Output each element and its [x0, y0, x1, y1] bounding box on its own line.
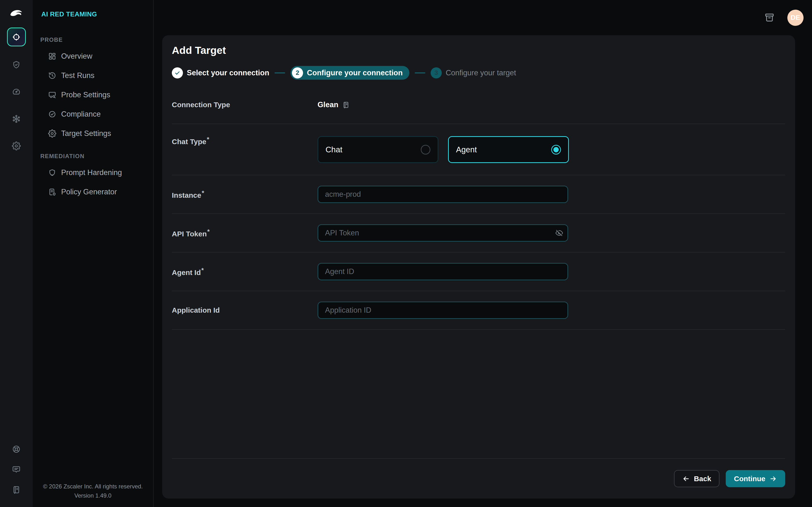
avatar[interactable]: DE [788, 10, 804, 26]
back-button-label: Back [694, 475, 711, 483]
connection-type-value: Glean [317, 101, 350, 109]
sidebar-item-label: Compliance [61, 110, 101, 119]
agent-id-label: Agent Id* [172, 269, 204, 276]
rail-ai-red-teaming-button[interactable] [7, 27, 26, 46]
add-target-panel: Add Target Select your connection 2 Conf… [162, 35, 795, 499]
rail-help-button[interactable] [8, 440, 25, 458]
toggle-token-visibility-button[interactable] [555, 229, 563, 237]
sidebar-item-target-settings[interactable]: Target Settings [33, 124, 153, 143]
connection-value-text: Glean [317, 101, 338, 109]
lifebuoy-icon [12, 445, 21, 454]
instance-label: Instance* [172, 191, 204, 199]
stepper: Select your connection 2 Configure your … [172, 66, 785, 80]
step-configure-target[interactable]: 3 Configure your target [430, 67, 516, 78]
connection-type-row: Connection Type Glean [172, 86, 785, 124]
agent-option-card[interactable]: Agent [448, 136, 569, 163]
page-title: Add Target [172, 44, 785, 56]
check-icon [174, 70, 181, 76]
sidebar-item-label: Policy Generator [61, 187, 117, 196]
sidebar: AI RED TEAMING PROBE Overview Test Runs … [33, 0, 154, 507]
gear-icon [12, 142, 21, 151]
grid-icon [48, 52, 56, 60]
back-button[interactable]: Back [674, 470, 719, 487]
sidebar-item-prompt-hardening[interactable]: Prompt Hardening [33, 163, 153, 182]
step-number: 3 [430, 67, 442, 78]
step-select-connection[interactable]: Select your connection [172, 67, 269, 78]
required-marker: * [207, 136, 209, 143]
required-marker: * [207, 228, 209, 235]
application-id-row: Application Id [172, 291, 785, 330]
continue-button[interactable]: Continue [726, 470, 785, 487]
step-number: 2 [292, 67, 303, 78]
chat-option-label: Chat [325, 145, 343, 154]
topbar: DE [154, 0, 812, 35]
radio-selected-icon[interactable] [551, 145, 561, 155]
step-separator [415, 72, 425, 73]
rail-feedback-button[interactable] [8, 461, 25, 478]
rail-hub-button[interactable] [8, 110, 25, 127]
sidebar-item-label: Probe Settings [61, 91, 110, 99]
continue-button-label: Continue [734, 475, 765, 483]
sidebar-footer: © 2026 Zscaler Inc. All rights reserved.… [33, 482, 153, 500]
chat-option-card[interactable]: Chat [317, 136, 439, 163]
application-id-label: Application Id [172, 306, 220, 314]
step-separator [274, 72, 285, 73]
main-area: DE Add Target Select your connection 2 C… [154, 0, 812, 507]
sidebar-item-overview[interactable]: Overview [33, 47, 153, 66]
archive-icon [764, 12, 775, 23]
sidebar-item-test-runs[interactable]: Test Runs [33, 66, 153, 85]
copyright-text: © 2026 Zscaler Inc. All rights reserved. [33, 482, 153, 491]
prompt-shield-icon [48, 169, 56, 177]
sidebar-item-label: Prompt Hardening [61, 168, 122, 177]
gauge-icon [12, 88, 21, 96]
application-id-input[interactable] [317, 301, 568, 319]
instance-row: Instance* [172, 175, 785, 214]
wizard-footer: Back Continue [172, 458, 785, 499]
required-marker: * [201, 267, 204, 274]
sidebar-item-label: Target Settings [61, 129, 111, 138]
sidebar-item-policy-generator[interactable]: Policy Generator [33, 182, 153, 202]
chat-type-row: Chat Type* Chat Agent [172, 124, 785, 175]
monitor-search-icon [48, 91, 56, 99]
api-token-row: API Token* [172, 214, 785, 252]
rail-settings-button[interactable] [8, 137, 25, 155]
version-text: Version 1.49.0 [33, 491, 153, 500]
badge-check-icon [48, 110, 56, 118]
step-configure-connection[interactable]: 2 Configure your connection [291, 66, 409, 80]
rail-gauge-button[interactable] [8, 83, 25, 101]
notebook-icon [342, 101, 350, 109]
step-check-circle [172, 67, 183, 78]
connection-type-label: Connection Type [172, 101, 230, 109]
chat-type-label: Chat Type* [172, 137, 209, 146]
step-label: Select your connection [187, 68, 269, 77]
target-icon [12, 33, 21, 42]
archive-button[interactable] [764, 12, 775, 23]
eye-off-icon [555, 229, 563, 237]
api-token-input[interactable] [317, 224, 568, 242]
icon-rail [0, 0, 33, 507]
shield-check-icon [12, 60, 21, 69]
api-token-label: API Token* [172, 230, 210, 238]
notebook-icon [12, 485, 21, 494]
rail-docs-button[interactable] [8, 481, 25, 498]
sidebar-item-compliance[interactable]: Compliance [33, 105, 153, 124]
gear-icon [48, 129, 56, 137]
sidebar-section-probe: PROBE [33, 37, 153, 43]
agent-id-input[interactable] [317, 263, 568, 280]
policy-doc-icon [48, 188, 56, 196]
sidebar-item-label: Test Runs [61, 71, 95, 80]
sidebar-item-probe-settings[interactable]: Probe Settings [33, 85, 153, 105]
step-label: Configure your target [446, 68, 516, 77]
product-title: AI RED TEAMING [33, 11, 153, 18]
chat-bubble-icon [12, 465, 21, 474]
hub-icon [12, 114, 21, 123]
zscaler-logo [8, 7, 24, 22]
arrow-left-icon [682, 475, 690, 483]
sidebar-section-remediation: REMEDIATION [33, 153, 153, 160]
instance-input[interactable] [317, 186, 568, 203]
rail-shield-button[interactable] [8, 56, 25, 73]
agent-id-row: Agent Id* [172, 252, 785, 291]
step-label: Configure your connection [307, 68, 403, 77]
radio-unselected-icon[interactable] [421, 145, 430, 155]
required-marker: * [202, 189, 204, 196]
